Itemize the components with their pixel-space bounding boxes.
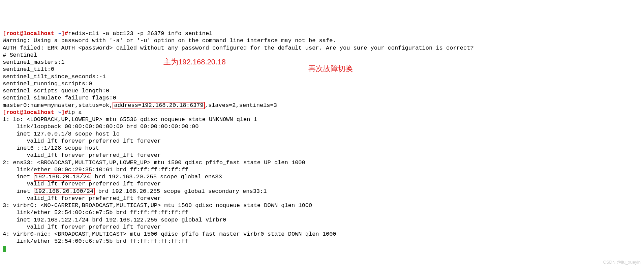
highlight-ip-secondary: 192.168.20.100/24 [34,188,95,196]
watermark: CSDN @liu_xueyin [603,260,641,265]
command-text: redis-cli -a abc123 -p 26379 info sentin… [68,30,212,37]
output-master-line: master0:name=mymaster,status=ok,address=… [3,102,277,109]
ip-virbr0nic-2: link/ether 52:54:00:c6:e7:5b brd ff:ff:f… [3,238,188,244]
output-sentinel-scripts: sentinel_running_scripts:0 [3,81,92,87]
output-sentinel-header: # Sentinel [3,52,37,58]
prompt-tilde: ~ [58,109,61,116]
ip-ens-2: link/ether 00:0c:29:35:10:61 brd ff:ff:f… [3,167,188,173]
output-sentinel-tilt-since: sentinel_tilt_since_seconds:-1 [3,73,106,80]
output-warning: Warning: Using a password with '-a' or '… [3,37,336,44]
ip-virbr0-3: inet 192.168.122.1/24 brd 192.168.122.25… [3,217,226,223]
prompt-tilde: ~ [58,30,61,37]
cursor-icon [3,246,6,252]
prompt-end: ]# [61,109,68,116]
prompt-user: [root@localhost [3,30,58,37]
ip-ens-1: 2: ens33: <BROADCAST,MULTICAST,UP,LOWER_… [3,159,305,166]
ip-lo-4: valid_lft forever preferred_lft forever [3,138,161,144]
ip-ens-4: valid_lft forever preferred_lft forever [3,181,161,187]
terminal-output: [root@localhost ~]#redis-cli -a abc123 -… [3,30,641,252]
output-sentinel-queue: sentinel_scripts_queue_length:0 [3,88,109,94]
ip-virbr0nic-1: 4: virbr0-nic: <BROADCAST,MULTICAST> mtu… [3,231,336,237]
output-sentinel-flags: sentinel_simulate_failure_flags:0 [3,95,116,101]
prompt-line-1: [root@localhost ~]#redis-cli -a abc123 -… [3,30,212,37]
ip-lo-5: inet6 ::1/128 scope host [3,145,99,151]
ip-ens-3: inet 192.168.20.18/24 brd 192.168.20.255… [3,174,222,180]
ip-virbr0-1: 3: virbr0: <NO-CARRIER,BROADCAST,MULTICA… [3,202,312,209]
ip-lo-6: valid_lft forever preferred_lft forever [3,152,161,158]
prompt-user: [root@localhost [3,109,58,116]
prompt-end: ]# [61,30,68,37]
prompt-line-2: [root@localhost ~]#ip a [3,109,82,116]
annotation-failover: 再次故障切换 [308,64,353,73]
ip-ens-6: valid_lft forever preferred_lft forever [3,195,161,202]
ip-virbr0-4: valid_lft forever preferred_lft forever [3,224,161,230]
ip-lo-1: 1: lo: <LOOPBACK,UP,LOWER_UP> mtu 65536 … [3,116,257,123]
highlight-master-address: address=192.168.20.18:6379 [113,102,205,110]
ip-lo-3: inet 127.0.0.1/8 scope host lo [3,131,120,137]
ip-lo-2: link/loopback 00:00:00:00:00:00 brd 00:0… [3,123,199,130]
annotation-master-ip: 主为192.168.20.18 [163,57,226,67]
output-auth-failed: AUTH failed: ERR AUTH <password> called … [3,45,474,51]
output-sentinel-masters: sentinel_masters:1 [3,59,65,65]
ip-ens-5: inet 192.168.20.100/24 brd 192.168.20.25… [3,188,267,195]
output-sentinel-tilt: sentinel_tilt:0 [3,66,54,72]
highlight-ip-primary: 192.168.20.18/24 [34,173,91,181]
ip-virbr0-2: link/ether 52:54:00:c6:e7:5b brd ff:ff:f… [3,209,188,216]
command-text: ip a [68,109,82,116]
